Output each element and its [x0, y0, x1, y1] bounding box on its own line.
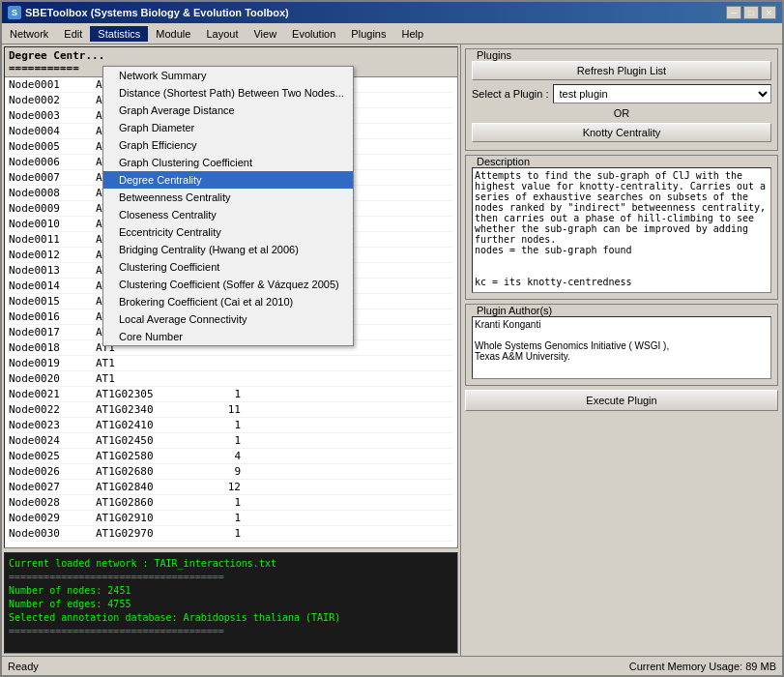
console-separator: =====================================	[9, 571, 453, 584]
knotty-centrality-button[interactable]: Knotty Centrality	[472, 123, 771, 142]
menu-item-bridging[interactable]: Bridging Centrality (Hwang et al 2006)	[103, 241, 353, 258]
console-area: Current loaded network : TAIR_interactio…	[4, 552, 458, 654]
menu-edit[interactable]: Edit	[56, 26, 90, 42]
menu-item-clustering2[interactable]: Clustering Coefficient	[103, 258, 353, 276]
menu-item-closeness[interactable]: Closeness Centrality	[103, 206, 353, 223]
console-line: Selected annotation database: Arabidopsi…	[9, 611, 453, 625]
console-line: Number of edges: 4755	[9, 598, 453, 611]
console-line: Number of nodes: 2451	[9, 584, 453, 598]
main-content: Degree Centr... =========== Node0001AT1 …	[2, 44, 782, 656]
menu-item-brokering[interactable]: Brokering Coefficient (Cai et al 2010)	[103, 293, 353, 310]
status-bar: Ready Current Memory Usage: 89 MB	[2, 656, 782, 675]
title-bar-left: S SBEToolbox (Systems Biology & Evolutio…	[8, 6, 289, 19]
plugin-select[interactable]: test plugin	[553, 84, 772, 103]
menu-evolution[interactable]: Evolution	[284, 26, 343, 42]
menu-plugins[interactable]: Plugins	[343, 26, 393, 42]
menu-statistics[interactable]: Statistics	[90, 26, 148, 42]
main-window: S SBEToolbox (Systems Biology & Evolutio…	[0, 0, 784, 677]
table-row[interactable]: Node0030AT1G029701	[9, 526, 453, 542]
menu-item-betweenness[interactable]: Betweenness Centrality	[103, 189, 353, 206]
author-textarea[interactable]: Kranti Konganti Whole Systems Genomics I…	[472, 316, 771, 379]
table-row[interactable]: Node0019AT1	[9, 356, 453, 371]
close-button[interactable]: ✕	[761, 6, 776, 19]
select-plugin-row: Select a Plugin : test plugin	[472, 84, 771, 103]
menu-item-network-summary[interactable]: Network Summary	[103, 67, 353, 84]
menu-help[interactable]: Help	[393, 26, 431, 42]
description-textarea[interactable]: Attempts to find the sub-graph of ClJ wi…	[472, 167, 771, 293]
execute-plugin-button[interactable]: Execute Plugin	[465, 390, 778, 411]
status-right: Current Memory Usage: 89 MB	[629, 661, 776, 672]
title-bar: S SBEToolbox (Systems Biology & Evolutio…	[2, 2, 782, 23]
menu-layout[interactable]: Layout	[198, 26, 246, 42]
author-group: Plugin Author(s) Kranti Konganti Whole S…	[465, 304, 778, 386]
table-row[interactable]: Node0024AT1G024501	[9, 433, 453, 449]
menu-item-eccentricity[interactable]: Eccentricity Centrality	[103, 223, 353, 241]
description-group: Description Attempts to find the sub-gra…	[465, 155, 778, 300]
menu-view[interactable]: View	[246, 26, 284, 42]
select-plugin-label: Select a Plugin :	[472, 88, 549, 100]
table-row[interactable]: Node0021AT1G023051	[9, 387, 453, 402]
menu-item-distance[interactable]: Distance (Shortest Path) Between Two Nod…	[103, 84, 353, 102]
menu-item-clustering-coeff[interactable]: Graph Clustering Coefficient	[103, 154, 353, 171]
plugins-group: Plugins Refresh Plugin List Select a Plu…	[465, 48, 778, 151]
right-panel: Plugins Refresh Plugin List Select a Plu…	[461, 44, 782, 656]
table-row[interactable]: Node0023AT1G024101	[9, 418, 453, 433]
plugins-group-inner: Refresh Plugin List Select a Plugin : te…	[466, 57, 777, 150]
window-title: SBEToolbox (Systems Biology & Evolution …	[25, 7, 289, 18]
minimize-button[interactable]: ─	[726, 6, 741, 19]
menu-network[interactable]: Network	[2, 26, 56, 42]
author-group-inner: Kranti Konganti Whole Systems Genomics I…	[466, 312, 777, 385]
menu-item-degree-centrality[interactable]: Degree Centrality	[103, 171, 353, 189]
menu-item-avg-distance[interactable]: Graph Average Distance	[103, 102, 353, 119]
maximize-button[interactable]: □	[743, 6, 759, 19]
menu-item-clustering3[interactable]: Clustering Coefficient (Soffer & Vázquez…	[103, 276, 353, 293]
statistics-dropdown: Network Summary Distance (Shortest Path)…	[102, 66, 354, 346]
menu-bar: Network Edit Statistics Module Layout Vi…	[2, 23, 782, 44]
table-row[interactable]: Node0027AT1G0284012	[9, 480, 453, 495]
menu-item-local-avg[interactable]: Local Average Connectivity	[103, 310, 353, 328]
author-group-title: Plugin Author(s)	[474, 305, 555, 316]
menu-item-core-number[interactable]: Core Number	[103, 328, 353, 345]
app-icon: S	[8, 6, 21, 19]
table-row[interactable]: Node0022AT1G0234011	[9, 402, 453, 418]
refresh-plugin-button[interactable]: Refresh Plugin List	[472, 61, 771, 80]
or-text: OR	[472, 107, 771, 119]
description-group-inner: Attempts to find the sub-graph of ClJ wi…	[466, 163, 777, 299]
menu-item-diameter[interactable]: Graph Diameter	[103, 119, 353, 136]
console-separator: =====================================	[9, 625, 453, 638]
description-group-title: Description	[474, 156, 533, 167]
status-left: Ready	[8, 661, 39, 672]
table-row[interactable]: Node0020AT1	[9, 371, 453, 387]
menu-item-efficiency[interactable]: Graph Efficiency	[103, 136, 353, 154]
menu-module[interactable]: Module	[148, 26, 198, 42]
table-row[interactable]: Node0025AT1G025804	[9, 449, 453, 464]
title-bar-buttons: ─ □ ✕	[726, 6, 776, 19]
table-row[interactable]: Node0028AT1G028601	[9, 495, 453, 511]
table-row[interactable]: Node0026AT1G026809	[9, 464, 453, 480]
console-line: Current loaded network : TAIR_interactio…	[9, 557, 453, 571]
plugins-group-title: Plugins	[474, 49, 514, 61]
table-row[interactable]: Node0029AT1G029101	[9, 511, 453, 526]
